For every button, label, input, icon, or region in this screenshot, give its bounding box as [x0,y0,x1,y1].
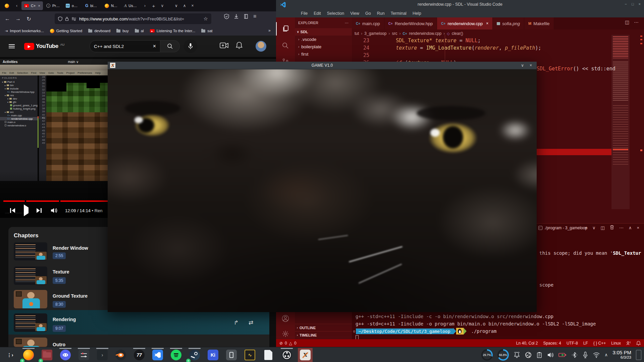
game-minimize-button[interactable]: ∨ [521,63,524,68]
taskbar-app-krita[interactable]: Ki [206,348,220,362]
search-input[interactable]: C++ and SDL2 × [90,40,160,52]
taskbar-app-discord[interactable] [58,348,73,362]
explorer-icon[interactable] [276,22,295,36]
battery-icon[interactable] [558,352,567,358]
taskbar-app-terminal[interactable]: › [95,348,110,362]
status-item-5[interactable]: Linux [611,341,621,346]
notifications-icon[interactable] [636,341,641,346]
reload-button[interactable]: ↻ [23,16,34,22]
search-button[interactable] [160,40,180,52]
chapter-thumbnail[interactable] [14,290,47,308]
taskbar-app-steam[interactable]: + [187,348,202,362]
new-terminal-icon[interactable]: + [585,225,587,230]
status-item-3[interactable]: LF [583,341,588,346]
terminal-more-icon[interactable]: ⋯ [619,225,624,230]
game-close-button[interactable]: × [530,63,532,68]
close-button[interactable]: × [639,2,641,6]
vscode-menu-selection[interactable]: Selection [324,11,347,16]
voice-search-button[interactable] [184,40,197,53]
editor-tab-main.cpp[interactable]: C+main.cpp [352,17,384,29]
status-item-4[interactable]: { } C++ [593,341,606,346]
terminal-dropdown-icon[interactable]: ∨ [592,225,596,230]
bookmark-item-6[interactable]: sat [201,29,212,33]
editor-tab-Makefile[interactable]: MMakefile [524,17,554,29]
maximize-window-button[interactable]: ∧ [183,3,186,8]
avatar[interactable] [256,41,266,52]
editor-tab-sofia.png[interactable]: sofia.png [493,17,524,29]
taskbar-app-spotify[interactable] [169,348,183,362]
taskbar-app-x11[interactable]: X [298,348,313,362]
close-panel-icon[interactable]: × [637,225,639,230]
status-item-1[interactable]: Spaces: 4 [543,341,561,346]
tab-close-icon[interactable]: × [38,4,40,8]
youtube-logo[interactable]: ▶ YouTube AU [24,43,64,50]
next-button[interactable] [37,208,42,213]
tab-scroll-left-button[interactable]: ‹ [12,3,21,8]
bookmark-item-2[interactable]: devboard [88,29,110,33]
game-titlebar[interactable]: X GAME V1.0 ∨ × [108,62,537,69]
volume-icon[interactable] [50,207,58,214]
library-icon[interactable] [244,14,249,19]
breadcrumb-item[interactable]: clear() [452,31,463,36]
timeline-section[interactable]: ›TIMELINE [295,331,352,339]
download-icon[interactable] [234,14,239,19]
youtube-menu-icon[interactable] [9,44,15,48]
chapter-row-4[interactable]: Outro [8,335,269,347]
chapter-thumbnail[interactable] [14,338,47,347]
obs-icon[interactable] [525,352,532,358]
breadcrumb-item[interactable]: renderwindow.cpp [409,31,441,36]
bookmark-item-4[interactable]: al [135,29,144,33]
editor-tab-renderwindow.cpp[interactable]: C+renderwindow.cpp× [437,17,493,29]
search-icon[interactable] [276,39,295,52]
explorer-item-.vscode[interactable]: ›.vscode [295,36,352,43]
search-clear-icon[interactable]: × [153,43,156,49]
previous-button[interactable] [10,208,15,213]
outline-section[interactable]: ›OUTLINE [295,324,352,331]
browser-tab-2[interactable]: CGopen [63,1,82,10]
browser-tab-3[interactable]: Gbin re [83,1,101,10]
bluetooth-icon[interactable] [571,352,578,358]
tab-scroll-right-button[interactable]: › [141,3,149,8]
vscode-menu-run[interactable]: Run [374,11,387,16]
chapter-thumbnail[interactable] [14,266,47,285]
taskbar-app-launcher[interactable]: ⋮› [3,348,17,362]
taskbar-app-tweaks[interactable] [76,348,91,362]
chapter-thumbnail[interactable] [14,242,47,260]
clipboard-icon[interactable] [536,352,542,358]
share-icon[interactable]: ↱ [234,319,238,326]
feedback-icon[interactable] [626,341,631,346]
chapter-row-3[interactable]: Rendering9:07↱⇄ [8,310,269,335]
create-video-icon[interactable] [220,42,228,49]
vscode-menu-help[interactable]: Help [410,11,424,16]
back-button[interactable]: ← [2,16,13,22]
notifications-icon[interactable] [514,352,520,358]
minimize-button[interactable]: − [625,2,627,6]
close-window-button[interactable]: × [192,3,194,8]
new-tab-button[interactable]: + [149,3,158,9]
chapter-thumbnail[interactable] [14,313,47,332]
microphone-icon[interactable] [583,352,588,358]
minimap[interactable] [611,35,630,209]
taskbar-app-scope[interactable]: ∿ [243,348,257,362]
problems-status[interactable]: ⊘0 △0 [279,341,297,346]
bookmark-item-1[interactable]: Getting Started [50,29,82,33]
terminal-tab[interactable]: ./program - 3_gameloop [538,226,587,230]
url-bar[interactable]: https://www.youtube.com/watch?v=Freo9BiS… [55,13,211,24]
vscode-menu-terminal[interactable]: Terminal [388,11,409,16]
settings-gear-icon[interactable] [276,327,295,341]
taskbar-app-kdeconnect[interactable] [224,348,239,362]
bookmark-item-5[interactable]: ▶Listening To the Inter... [150,29,196,33]
browser-tab-4[interactable]: New [102,1,121,10]
maximize-panel-icon[interactable]: ∧ [629,225,632,230]
forward-button[interactable]: → [13,16,23,22]
vscode-menu-file[interactable]: File [298,11,310,16]
minimize-window-button[interactable]: ∨ [175,3,178,8]
status-item-0[interactable]: Ln 40, Col 2 [516,341,538,346]
taskbar-app-tauon[interactable]: 77 [132,348,147,362]
account-icon[interactable] [276,312,295,325]
breadcrumb-item[interactable]: tut [355,31,359,36]
split-editor-icon[interactable]: ◫ [625,19,629,25]
breadcrumb[interactable]: tut›3_gameloop›src›C+renderwindow.cpp›◇c… [355,29,643,38]
game-window[interactable]: X GAME V1.0 ∨ × [108,62,537,312]
taskbar-app-document[interactable] [261,348,276,362]
